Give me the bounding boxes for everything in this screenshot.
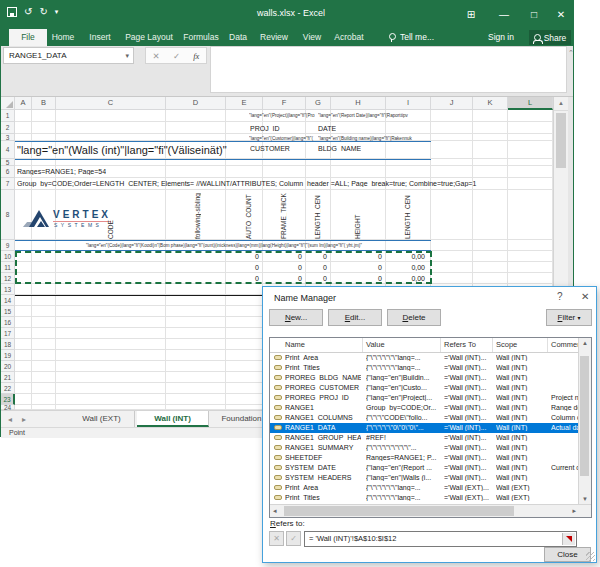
save-icon[interactable] <box>7 7 17 17</box>
name-row-range1[interactable]: RANGE1Group_by=CODE;Or...='Wall (INT)...… <box>270 403 580 413</box>
scroll-up-icon[interactable]: ▲ <box>554 97 568 111</box>
sheet-nav-right-icon[interactable]: ▸ <box>22 415 26 424</box>
enter-icon[interactable]: ✓ <box>173 51 180 61</box>
row-header-4[interactable]: 4 <box>1 141 15 159</box>
select-all-corner[interactable] <box>1 97 15 110</box>
row-header-13[interactable]: 13 <box>1 284 15 295</box>
tab-view[interactable]: View <box>303 29 321 46</box>
name-row-range1-data[interactable]: RANGE1_DATA{"\"\"\"\"\"0\"0\"0\"...='Wal… <box>270 423 580 433</box>
tab-home[interactable]: Home <box>52 29 75 46</box>
ribbon-display-options-icon[interactable]: ⊞ <box>457 1 485 29</box>
name-row-proreg-bldg-name[interactable]: PROREG_BLDG_NAME{"lang="en"|Buildin...='… <box>270 373 580 383</box>
tab-file[interactable]: File <box>9 29 47 46</box>
tell-me-box[interactable]: Tell me... <box>389 29 434 46</box>
sign-in-link[interactable]: Sign in <box>488 29 514 46</box>
filter-button[interactable]: Filter ▾ <box>546 309 592 326</box>
row-header-10[interactable]: 10 <box>1 251 15 262</box>
cell-row9-header[interactable]: "lang="en"(Code)|lang="fi"(Koodi)n"(Bom … <box>17 243 431 248</box>
new-button[interactable]: New... <box>269 309 323 326</box>
sheet-tab-wall-ext-[interactable]: Wall (EXT) <box>69 411 135 427</box>
names-column-header-scope[interactable]: Scope <box>496 340 517 349</box>
names-hthumb[interactable] <box>284 506 514 516</box>
redo-icon[interactable]: ↻ <box>39 6 47 17</box>
insert-function-icon[interactable]: fx <box>193 51 199 61</box>
column-header-J[interactable]: J <box>431 97 473 110</box>
row-header-20[interactable]: 20 <box>1 361 15 372</box>
qat-customize-icon[interactable]: ▾ <box>55 8 59 16</box>
row-header-22[interactable]: 22 <box>1 383 15 394</box>
sheet-tab-wall-int-[interactable]: Wall (INT) <box>137 411 209 427</box>
name-row-range1-summary[interactable]: RANGE1_SUMMARY{"\"\"\"\"\"\"\"\"\"...='W… <box>270 443 580 453</box>
cell-H1[interactable]: "lang="en"(Report Date)|lang="fi"(Raport… <box>318 113 431 118</box>
row-header-19[interactable]: 19 <box>1 350 15 361</box>
cell-H2[interactable]: DATE <box>318 125 336 132</box>
maximize-icon[interactable]: □ <box>520 1 548 29</box>
tab-data[interactable]: Data <box>229 29 247 46</box>
column-header-H[interactable]: H <box>331 97 386 110</box>
row-header-21[interactable]: 21 <box>1 372 15 383</box>
names-scroll-down-icon[interactable]: ▼ <box>579 496 591 502</box>
row-header-1[interactable]: 1 <box>1 110 15 122</box>
name-row-proreg-customer[interactable]: PROREG_CUSTOMER{"lang="en"|Custo...='Wal… <box>270 383 580 393</box>
name-box-dropdown-icon[interactable]: ▾ <box>125 48 129 63</box>
row-header-15[interactable]: 15 <box>1 306 15 317</box>
row-header-3[interactable]: 3 <box>1 134 15 141</box>
resize-grip[interactable] <box>586 552 595 561</box>
name-row-range1-group-hea-[interactable]: RANGE1_GROUP_HEA...#REF!='Wall (INT)...W… <box>270 433 580 443</box>
column-header-C[interactable]: C <box>56 97 166 110</box>
name-box[interactable]: RANGE1_DATA ▾ <box>3 47 134 64</box>
row-header-8[interactable]: 8 <box>1 190 15 240</box>
share-button[interactable]: Share <box>529 30 571 45</box>
names-column-header-name[interactable]: Name <box>285 340 305 349</box>
name-row-range1-columns[interactable]: RANGE1_COLUMNS{"\"\"\"CODE\"follo...='Wa… <box>270 413 580 423</box>
column-header-D[interactable]: D <box>166 97 226 110</box>
tab-review[interactable]: Review <box>260 29 288 46</box>
row-header-18[interactable]: 18 <box>1 339 15 350</box>
row-header-9[interactable]: 9 <box>1 240 15 251</box>
name-row-print-titles[interactable]: Print_Titles{"\"\"\"\"\"\"lang=...='Wall… <box>270 363 580 373</box>
cell-A7[interactable]: Group_by=CODE;Order=LENGTH_CENTER; Eleme… <box>17 180 537 187</box>
column-header-F[interactable]: F <box>263 97 306 110</box>
column-header-K[interactable]: K <box>473 97 508 110</box>
names-scroll-right-icon[interactable]: ▸ <box>572 507 576 515</box>
names-column-header-value[interactable]: Value <box>366 340 385 349</box>
names-scroll-up-icon[interactable]: ▲ <box>579 340 591 346</box>
column-header-I[interactable]: I <box>386 97 431 110</box>
cell-F2[interactable]: PROJ_ID <box>250 125 280 132</box>
row-header-5[interactable]: 5 <box>1 159 15 166</box>
name-row-print-area[interactable]: Print_Area{"\"\"\"\"\"\"lang=...='Wall (… <box>270 483 580 493</box>
close-icon[interactable]: ✕ <box>547 1 575 29</box>
sheet-nav-left-icon[interactable]: ◂ <box>8 415 12 424</box>
cell-H4[interactable]: BLDG_NAME <box>318 145 361 152</box>
range-picker-icon[interactable] <box>562 533 575 545</box>
undo-icon[interactable]: ↺ <box>24 6 32 17</box>
cell-A4-title[interactable]: "lang="en"(Walls (int)"|lang="fi"(Välise… <box>17 144 249 156</box>
formula-bar-expand-icon[interactable]: ⌃ <box>568 49 574 57</box>
names-vscrollbar[interactable]: ▲ ▼ <box>578 338 591 504</box>
column-header-L[interactable]: L <box>508 97 553 110</box>
column-header-A[interactable]: A <box>15 97 32 110</box>
tab-insert[interactable]: Insert <box>89 29 110 46</box>
name-row-system-headers[interactable]: SYSTEM_HEADERS{"lang="en"|Walls (i...='W… <box>270 473 580 483</box>
name-row-system-date[interactable]: SYSTEM_DATE{"lang="en"(Report ...='Wall … <box>270 463 580 473</box>
cell-F4[interactable]: CUSTOMER <box>250 145 290 152</box>
formula-bar[interactable] <box>210 46 567 93</box>
minimize-icon[interactable]: — <box>490 1 518 29</box>
name-row-proreg-proj-id[interactable]: PROREG_PROJ_ID{"lang="en"|Project|...='W… <box>270 393 580 403</box>
row-header-16[interactable]: 16 <box>1 317 15 328</box>
close-button[interactable]: Close <box>544 547 591 562</box>
tab-acrobat[interactable]: Acrobat <box>334 29 363 46</box>
column-header-G[interactable]: G <box>306 97 331 110</box>
names-hscrollbar[interactable]: ◂ ▸ <box>270 504 591 517</box>
tab-page-layout[interactable]: Page Layout <box>125 29 173 46</box>
scrollbar-thumb[interactable] <box>556 113 566 168</box>
names-vthumb[interactable] <box>580 356 589 476</box>
row-header-6[interactable]: 6 <box>1 166 15 178</box>
cancel-icon[interactable]: ✕ <box>153 51 160 61</box>
name-row-print-area[interactable]: Print_Area{"\"\"\"\"\"\"lang=...='Wall (… <box>270 353 580 363</box>
row-header-12[interactable]: 12 <box>1 273 15 284</box>
dialog-close-icon[interactable]: ✕ <box>581 291 589 302</box>
row-header-17[interactable]: 17 <box>1 328 15 339</box>
refers-to-input[interactable]: = 'Wall (INT)'!$A$10:$I$12 <box>304 531 577 547</box>
names-column-header-refers-to[interactable]: Refers To <box>444 340 476 349</box>
